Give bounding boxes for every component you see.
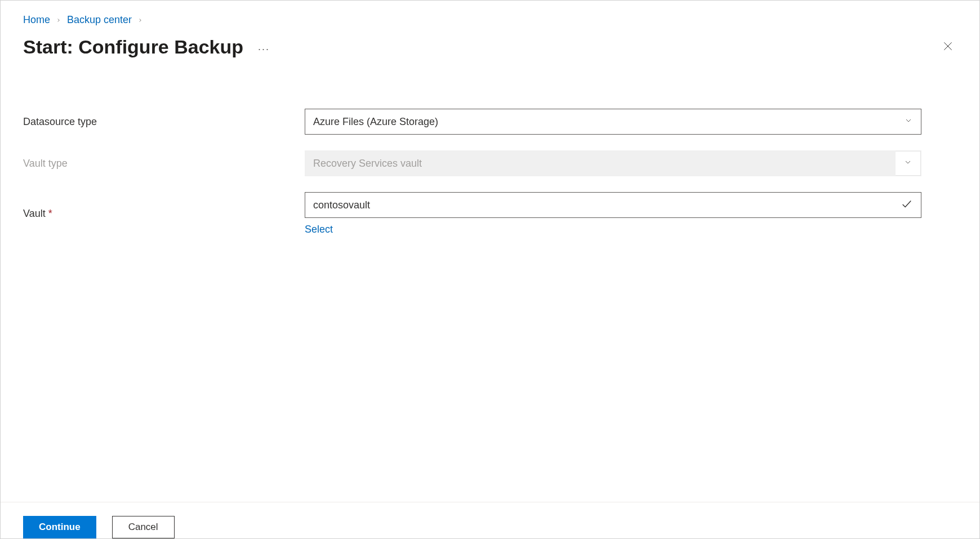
close-button[interactable] [939,37,957,57]
check-icon [901,198,913,213]
datasource-type-row: Datasource type Azure Files (Azure Stora… [23,109,957,135]
page-header: Start: Configure Backup ··· [23,36,957,58]
page-title: Start: Configure Backup [23,36,243,58]
close-icon [942,44,954,54]
vault-select[interactable]: contosovault [305,192,921,218]
breadcrumb-backup-center[interactable]: Backup center [67,14,132,26]
continue-button[interactable]: Continue [23,516,96,538]
vault-type-value: Recovery Services vault [313,158,422,170]
vault-value: contosovault [313,199,370,211]
footer-bar: Continue Cancel [1,502,979,538]
chevron-right-icon [56,16,61,25]
datasource-type-value: Azure Files (Azure Storage) [313,116,438,128]
more-icon[interactable]: ··· [258,39,270,55]
breadcrumb-home[interactable]: Home [23,14,50,26]
chevron-right-icon [137,16,143,25]
chevron-down-icon [904,116,913,128]
vault-label: Vault * [23,208,305,220]
vault-type-select: Recovery Services vault [305,150,921,176]
datasource-type-select[interactable]: Azure Files (Azure Storage) [305,109,921,135]
configure-backup-form: Datasource type Azure Files (Azure Stora… [23,109,957,235]
vault-type-label: Vault type [23,158,305,170]
datasource-type-label: Datasource type [23,116,305,128]
breadcrumb: Home Backup center [23,14,957,26]
cancel-button[interactable]: Cancel [112,516,175,538]
required-indicator: * [48,208,52,219]
vault-row: Vault * contosovault Select [23,192,957,235]
vault-select-link[interactable]: Select [305,224,333,235]
vault-type-row: Vault type Recovery Services vault [23,150,957,176]
chevron-down-icon [903,158,912,170]
